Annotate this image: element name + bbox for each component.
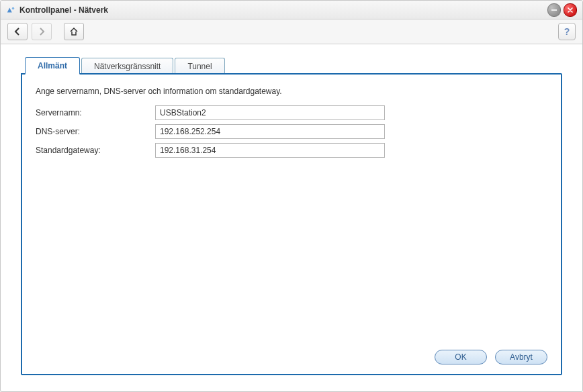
tab-interface[interactable]: Nätverksgränssnitt <box>81 58 173 75</box>
row-dns: DNS-server: <box>36 124 547 139</box>
content-area: Allmänt Nätverksgränssnitt Tunnel Ange s… <box>1 44 582 391</box>
ok-button[interactable]: OK <box>435 350 487 364</box>
row-gateway: Standardgateway: <box>36 143 547 158</box>
label-gateway: Standardgateway: <box>36 146 155 155</box>
help-button[interactable]: ? <box>558 23 576 40</box>
tab-label: Nätverksgränssnitt <box>94 62 161 71</box>
label-servername: Servernamn: <box>36 108 155 117</box>
label-dns: DNS-server: <box>36 127 155 136</box>
window-title: Kontrollpanel - Nätverk <box>19 5 108 15</box>
tab-bar: Allmänt Nätverksgränssnitt Tunnel <box>25 56 562 74</box>
ok-button-label: OK <box>455 352 466 362</box>
app-icon <box>6 5 15 15</box>
dns-input[interactable] <box>155 124 385 139</box>
tab-label: Allmänt <box>38 61 67 70</box>
cancel-button-label: Avbryt <box>510 352 533 362</box>
cancel-button[interactable]: Avbryt <box>495 350 547 364</box>
panel-footer: OK Avbryt <box>36 350 547 364</box>
tab-label: Tunnel <box>187 62 212 71</box>
close-icon[interactable] <box>564 3 577 17</box>
panel-intro: Ange servernamn, DNS-server och informat… <box>36 87 547 96</box>
back-button[interactable] <box>7 23 28 40</box>
home-button[interactable] <box>64 23 84 40</box>
nav-toolbar: ? <box>1 19 582 44</box>
forward-button[interactable] <box>32 23 52 40</box>
help-icon-label: ? <box>564 26 570 37</box>
gateway-input[interactable] <box>155 143 385 158</box>
row-servername: Servernamn: <box>36 105 547 120</box>
tab-general[interactable]: Allmänt <box>25 57 80 75</box>
svg-point-0 <box>12 7 15 9</box>
general-panel: Ange servernamn, DNS-server och informat… <box>21 73 562 375</box>
servername-input[interactable] <box>155 105 385 120</box>
titlebar: Kontrollpanel - Nätverk <box>1 1 582 19</box>
tab-tunnel[interactable]: Tunnel <box>175 58 224 75</box>
control-panel-window: Kontrollpanel - Nätverk ? Allmänt <box>0 0 583 392</box>
minimize-icon[interactable] <box>547 3 561 17</box>
svg-rect-1 <box>551 9 557 11</box>
